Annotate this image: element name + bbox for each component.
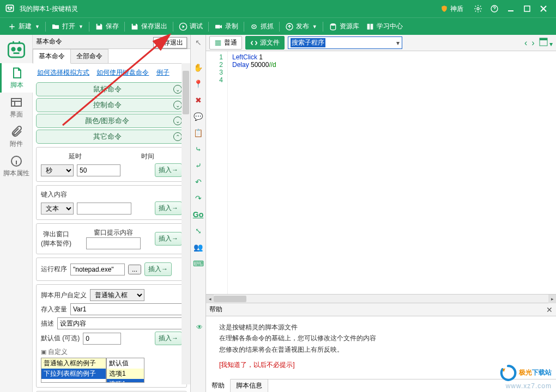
custom-option-list[interactable]: 默认值 选项1 选项1: [106, 358, 144, 383]
input-content-input[interactable]: [77, 203, 131, 215]
chevron-down-icon: ⌄: [173, 85, 182, 94]
link-sim-help[interactable]: 如何选择模拟方式: [37, 69, 89, 76]
learn-button[interactable]: 学习中心: [362, 19, 406, 34]
insert-delay-button[interactable]: 插入→: [155, 163, 182, 177]
input-type-select[interactable]: 文本: [41, 203, 74, 215]
open-button[interactable]: 打开▼: [48, 19, 87, 34]
help-tab-info[interactable]: 脚本信息: [231, 379, 268, 392]
tool-go-icon[interactable]: Go: [193, 209, 204, 220]
settings-button[interactable]: [470, 2, 486, 15]
tool-expand-icon[interactable]: ⤡: [193, 225, 204, 236]
code-editor[interactable]: 1234 LeftClick 1 Delay 50000//d: [206, 51, 556, 294]
tool-outdent-icon[interactable]: ⤶: [193, 160, 204, 171]
chevron-down-icon: ⌄: [173, 117, 182, 125]
svg-point-15: [11, 48, 15, 51]
tab-plain-view[interactable]: 普通: [209, 36, 242, 50]
acc-mouse[interactable]: 鼠标命令⌄: [36, 82, 187, 96]
acc-color[interactable]: 颜色/图形命令⌄: [36, 114, 187, 128]
layout-button[interactable]: ▾: [539, 38, 553, 48]
chevron-down-icon: ⌄: [173, 101, 182, 109]
insert-input-button[interactable]: 插入→: [155, 201, 182, 215]
save-exit-tooltip: 保存退出: [153, 37, 187, 48]
custom-var-input[interactable]: [70, 303, 182, 315]
folder-icon: [51, 22, 60, 31]
svg-rect-6: [524, 6, 530, 11]
info-icon: [10, 155, 23, 168]
shield-button[interactable]: 神盾: [436, 3, 468, 15]
nav-ui[interactable]: 界面: [0, 93, 33, 122]
svg-rect-0: [6, 5, 13, 11]
nav-prev-button[interactable]: ‹: [524, 38, 527, 48]
tool-undo-icon[interactable]: ↶: [193, 176, 204, 187]
save-exit-button[interactable]: 保存退出: [127, 19, 171, 34]
close-button[interactable]: [535, 2, 552, 15]
editor-hscrollbar[interactable]: ◂▸: [206, 294, 556, 303]
maximize-icon: [524, 5, 530, 12]
insert-custom-button[interactable]: 插入→: [155, 332, 182, 345]
tool-comment-icon[interactable]: 💬: [193, 111, 204, 122]
acc-control[interactable]: 控制命令⌄: [36, 98, 187, 112]
custom-example-list[interactable]: 普通输入框的例子 下拉列表框的例子: [41, 358, 106, 383]
grab-button[interactable]: 抓抓: [246, 19, 277, 34]
database-icon: [329, 22, 337, 31]
question-icon: [490, 4, 499, 13]
line-gutter: 1234: [206, 51, 228, 294]
tool-indent-icon[interactable]: ⤷: [193, 144, 204, 155]
tab-basic-cmd[interactable]: 基本命令: [33, 49, 71, 64]
nav-prop[interactable]: 脚本属性: [0, 151, 33, 181]
tool-copy-icon[interactable]: 📋: [193, 127, 204, 138]
search-subprogram[interactable]: 搜索子程序▾: [288, 36, 402, 49]
tab-all-cmd[interactable]: 全部命令: [70, 49, 108, 63]
svg-point-1: [8, 7, 9, 8]
delay-value-input[interactable]: [77, 164, 120, 176]
group-run: 运行程序 ... 插入→: [36, 258, 187, 281]
delay-unit-select[interactable]: 秒: [41, 164, 74, 176]
help-tab-help[interactable]: 帮助: [206, 379, 231, 392]
save-icon: [95, 22, 104, 31]
resource-button[interactable]: 资源库: [325, 19, 362, 34]
link-example[interactable]: 例子: [156, 69, 170, 76]
maximize-button[interactable]: [519, 2, 535, 15]
link-kbd-help[interactable]: 如何使用键盘命令: [96, 69, 149, 76]
debug-button[interactable]: 调试: [176, 19, 206, 34]
tool-hand-icon[interactable]: ✋: [193, 62, 204, 73]
group-custom: 脚本用户自定义普通输入框 存入变量 描述 默认值 (可选)插入→ ▣ 自定义 普…: [36, 284, 187, 388]
tool-key-icon[interactable]: ⌨: [193, 258, 204, 269]
help-close-button[interactable]: ✕: [546, 305, 553, 314]
panel-scrollbar[interactable]: [182, 63, 190, 384]
minimize-button[interactable]: [503, 2, 519, 15]
svg-rect-25: [540, 38, 547, 40]
tool-redo-icon[interactable]: ↷: [193, 193, 204, 204]
popup-content-input[interactable]: [86, 237, 141, 249]
publish-icon: [285, 22, 294, 31]
custom-type-select[interactable]: 普通输入框: [90, 289, 144, 301]
run-browse-button[interactable]: ...: [128, 265, 141, 274]
custom-def-input[interactable]: [83, 333, 121, 345]
new-button[interactable]: 新建▼: [4, 19, 43, 34]
save-button[interactable]: 保存: [92, 19, 122, 34]
help-dismiss-link[interactable]: [我知道了，以后不必提示]: [219, 359, 543, 370]
tool-pin-icon[interactable]: 📍: [193, 78, 204, 89]
group-popup: 弹出窗口(脚本暂停)窗口提示内容插入→: [36, 223, 187, 254]
publish-button[interactable]: 发布▼: [282, 19, 321, 34]
svg-rect-14: [8, 43, 24, 57]
code-icon: [250, 39, 258, 47]
acc-other[interactable]: 其它命令⌃: [36, 130, 187, 144]
tool-find-icon[interactable]: 👥: [193, 242, 204, 253]
svg-rect-10: [215, 24, 220, 28]
nav-attach[interactable]: 附件: [0, 122, 33, 151]
nav-script[interactable]: 脚本: [0, 63, 33, 93]
insert-popup-button[interactable]: 插入→: [155, 232, 182, 246]
tool-cursor-icon[interactable]: ↖: [193, 37, 204, 48]
help-button[interactable]: [486, 2, 503, 15]
nav-next-button[interactable]: ›: [531, 38, 534, 48]
tool-delete-icon[interactable]: ✖: [193, 95, 204, 106]
insert-run-button[interactable]: 插入→: [144, 262, 172, 276]
record-button[interactable]: 录制: [211, 19, 241, 34]
run-path-input[interactable]: [70, 264, 125, 275]
custom-desc-input[interactable]: [57, 317, 182, 329]
tab-source-view[interactable]: 源文件: [245, 36, 285, 50]
svg-rect-23: [215, 44, 221, 45]
book-icon: [366, 22, 374, 31]
save-exit-icon: [130, 22, 139, 31]
